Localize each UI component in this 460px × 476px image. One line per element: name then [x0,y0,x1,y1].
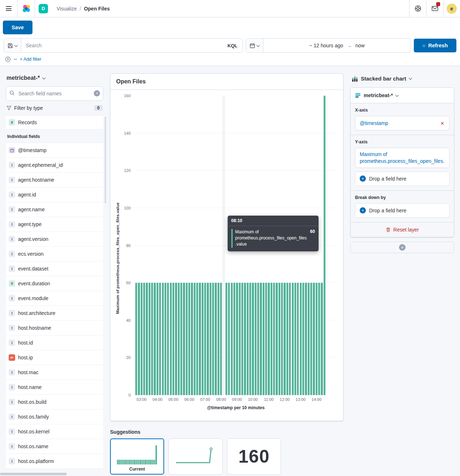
remove-dimension-icon[interactable]: × [440,120,445,126]
bar-09:50[interactable] [249,283,251,395]
add-layer-button[interactable]: + [350,242,454,253]
saved-query-menu-button[interactable] [4,39,21,52]
bar-13:20[interactable] [305,283,307,395]
bar-14:30[interactable] [324,96,325,395]
filter-options-button[interactable] [5,56,11,62]
bar-03:20[interactable] [146,283,148,395]
add-filter-button[interactable]: + Add filter [20,57,41,62]
bar-12:10[interactable] [286,283,288,395]
field-item-host.id[interactable]: thost.id [6,336,103,350]
layer-index-pattern-button[interactable]: metricbeat-* [351,88,454,103]
bar-09:40[interactable] [247,283,249,395]
bar-10:40[interactable] [263,283,264,395]
bar-13:40[interactable] [310,283,312,395]
bar-03:50[interactable] [154,283,155,395]
bar-06:10[interactable] [191,283,193,395]
time-range-start[interactable]: ~ 12 hours ago [309,43,343,48]
bar-06:40[interactable] [199,283,201,395]
bar-03:10[interactable] [143,283,145,395]
help-menu-button[interactable] [409,0,426,17]
bar-07:20[interactable] [210,283,211,395]
field-item-host.name[interactable]: thost.name [6,380,103,395]
field-item-host.os.name[interactable]: thost.os.name [6,439,103,454]
field-item-agent.id[interactable]: tagent.id [6,187,103,202]
bar-08:00[interactable] [220,283,222,395]
field-item-host.hostname[interactable]: thost.hostname [6,321,103,336]
bar-06:20[interactable] [194,283,196,395]
suggestion-line-chart[interactable] [168,438,223,475]
breakdown-drop-target[interactable]: + Drop a field here [355,203,450,218]
bar-11:00[interactable] [268,283,270,395]
bar-05:00[interactable] [172,283,174,395]
bar-06:50[interactable] [202,283,203,395]
horizontal-scrollbar[interactable] [0,473,67,475]
bar-07:40[interactable] [215,283,216,395]
bar-03:30[interactable] [149,283,150,395]
clear-search-icon[interactable]: × [94,90,100,96]
bar-12:30[interactable] [292,283,294,395]
field-item-agent.hostname[interactable]: tagent.hostname [6,173,103,187]
bar-02:40[interactable] [135,283,137,395]
field-item-@timestamp[interactable]: @timestamp [6,143,103,158]
bar-10:50[interactable] [265,283,267,395]
time-range-end[interactable]: now [355,43,365,48]
bar-09:30[interactable] [244,283,246,395]
bar-04:50[interactable] [170,283,172,395]
bar-14:00[interactable] [316,283,317,395]
elastic-logo[interactable] [18,0,35,17]
field-item-host.os.platform[interactable]: thost.os.platform [6,454,103,469]
bar-13:10[interactable] [302,283,304,395]
bar-06:30[interactable] [196,283,198,395]
bar-10:20[interactable] [257,283,259,395]
bar-07:10[interactable] [207,283,209,395]
bar-12:40[interactable] [294,283,296,395]
bar-04:40[interactable] [167,283,169,395]
bar-11:10[interactable] [271,283,272,395]
bar-07:50[interactable] [218,283,219,395]
field-item-records[interactable]: # Records [6,115,103,130]
field-item-agent.name[interactable]: tagent.name [6,202,103,217]
newsfeed-button[interactable] [426,0,443,17]
bar-09:20[interactable] [241,283,243,395]
sidebar-scrollbar[interactable] [105,117,106,203]
breadcrumb-visualize[interactable]: Visualize [57,6,77,12]
bar-10:00[interactable] [252,283,254,395]
bar-12:00[interactable] [284,283,285,395]
filter-by-type-toggle[interactable]: Filter by type 0 [6,104,103,115]
y-axis-dimension[interactable]: Maximum of prometheus.process_files_open… [355,148,450,168]
bar-08:40[interactable] [231,283,233,395]
refresh-button[interactable]: Refresh [414,39,456,52]
reset-layer-button[interactable]: Reset layer [351,222,454,237]
bar-11:50[interactable] [281,283,283,395]
field-item-host.architecture[interactable]: thost.architecture [6,306,103,321]
bar-10:30[interactable] [260,283,262,395]
field-item-ecs.version[interactable]: tecs.version [6,247,103,261]
bar-13:30[interactable] [308,283,310,395]
bar-05:50[interactable] [186,283,188,395]
bar-11:20[interactable] [273,283,275,395]
bar-07:00[interactable] [204,283,206,395]
bar-03:40[interactable] [151,283,153,395]
bar-05:10[interactable] [175,283,177,395]
chart-type-switcher[interactable]: Stacked bar chart [352,75,412,82]
x-axis-dimension[interactable]: @timestamp × [355,116,450,130]
bar-13:50[interactable] [313,283,315,395]
field-item-host.os.family[interactable]: thost.os.family [6,410,103,424]
bar-05:40[interactable] [183,283,185,395]
space-switcher[interactable]: D [35,0,52,17]
bar-09:00[interactable] [236,283,238,395]
bar-12:20[interactable] [289,283,291,395]
bar-02:50[interactable] [138,283,140,395]
query-language-button[interactable]: KQL [223,39,242,52]
bar-10:10[interactable] [255,283,257,395]
bar-08:30[interactable] [228,283,230,395]
bar-07:30[interactable] [212,283,214,395]
bar-06:00[interactable] [188,283,190,395]
bar-03:00[interactable] [141,283,143,395]
user-menu-button[interactable]: e [443,0,460,17]
suggestion-current[interactable]: Current [110,438,164,475]
field-item-event.dataset[interactable]: tevent.dataset [6,261,103,276]
field-item-host.ip[interactable]: IPhost.ip [6,350,103,365]
bar-13:00[interactable] [300,283,302,395]
search-input[interactable] [21,39,223,52]
